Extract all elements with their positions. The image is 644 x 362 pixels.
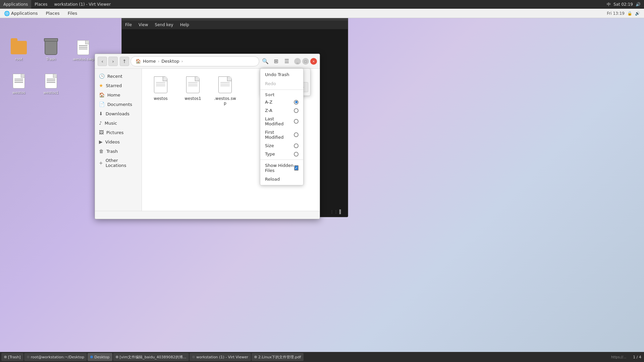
sidebar-starred-label: Starred: [106, 83, 122, 88]
menu-sort-label: Sort: [260, 91, 303, 98]
icon-label-root: root: [15, 57, 22, 61]
virt-menu-view[interactable]: View: [135, 20, 151, 29]
breadcrumb-desktop[interactable]: Desktop: [160, 59, 181, 64]
desktop-icon-trash[interactable]: Trash: [38, 38, 64, 63]
taskbar-item-linux-pdf[interactable]: 2.Linux下的文件管理.pdf: [252, 353, 304, 361]
sidebar-downloads-label: Downloads: [106, 111, 129, 116]
menu-undo-trash[interactable]: Undo Trash: [260, 70, 303, 79]
breadcrumb-end-sep: ›: [181, 59, 183, 64]
sidebar-item-home[interactable]: 🏠 Home: [95, 90, 142, 100]
sort-za-radio: [294, 108, 299, 113]
sort-first-modified-radio: [294, 132, 299, 137]
sidebar-item-pictures[interactable]: 🖼 Pictures: [95, 128, 142, 137]
fm-back-btn[interactable]: ‹: [98, 57, 107, 66]
sys-window-title: workstation (1) - Virt Viewer: [51, 0, 114, 9]
videos-icon: ▶: [99, 139, 103, 144]
menu-sort-za[interactable]: Z-A: [260, 106, 303, 115]
other-locations-icon: +: [99, 160, 103, 166]
sort-az-radio: [294, 100, 299, 105]
fm-minimize-btn[interactable]: _: [294, 58, 301, 65]
sidebar-item-trash[interactable]: 🗑 Trash: [95, 146, 142, 156]
desktop-icon-westos1[interactable]: westos1: [38, 72, 64, 96]
taskbar-label-desktop: Desktop: [94, 355, 109, 359]
fm-close-btn[interactable]: ×: [310, 58, 317, 65]
home-sidebar-icon: 🏠: [99, 92, 105, 98]
icon-label-westos-swp: .westos.swp: [72, 57, 95, 61]
fm-file-westos-swp[interactable]: .westos.swp: [212, 74, 238, 107]
sort-az-label: A-Z: [265, 100, 272, 105]
taskbar-label-vim: [vim文件编辑_baidu_40389082的博...: [120, 355, 186, 360]
sort-size-label: Size: [265, 143, 274, 148]
fm-search-btn[interactable]: 🔍: [261, 57, 270, 66]
menu-sep-1: [260, 89, 303, 90]
sys-volume-icon[interactable]: 🔊: [636, 2, 641, 7]
sys-network-icon: 中: [607, 2, 611, 7]
menu-reload[interactable]: Reload: [260, 175, 303, 184]
sidebar-item-recent[interactable]: 🕒 Recent: [95, 71, 142, 81]
desktop-icon-root[interactable]: root: [5, 38, 32, 63]
virt-menubar: File View Send key Help: [122, 20, 348, 29]
file-icon-westos: [11, 73, 27, 89]
taskbar-item-vim[interactable]: [vim文件编辑_baidu_40389082的博...: [113, 353, 189, 361]
inner-applications-btn[interactable]: 🌐 Applications: [0, 9, 42, 18]
menu-sort-size[interactable]: Size: [260, 141, 303, 150]
sort-first-modified-label: First Modified: [265, 130, 294, 140]
menu-show-hidden[interactable]: Show Hidden Files ✓: [260, 161, 303, 175]
fm-up-btn[interactable]: ↑: [120, 57, 129, 66]
virt-menu-sendkey[interactable]: Send key: [152, 20, 177, 29]
menu-sort-az[interactable]: A-Z: [260, 98, 303, 106]
taskbar-dot-pdf: [254, 356, 257, 358]
icon-label-westos1: westos1: [43, 90, 58, 95]
taskbar-item-trash[interactable]: [Trash]: [1, 353, 23, 361]
taskbar-item-terminal[interactable]: root@workstation:~/Desktop: [24, 353, 87, 361]
breadcrumb-home-label: Home: [143, 59, 156, 64]
sidebar-videos-label: Videos: [105, 139, 120, 144]
menu-sort-type[interactable]: Type: [260, 150, 303, 158]
fm-file-icon-westos1: [185, 75, 201, 94]
show-hidden-label: Show Hidden Files: [265, 163, 294, 173]
taskbar-dot-vim: [116, 356, 118, 358]
fm-maximize-btn[interactable]: □: [302, 58, 309, 65]
sidebar-recent-label: Recent: [107, 74, 122, 79]
taskbar-right: https://... 1 / 4: [611, 355, 644, 359]
fm-list-view-btn[interactable]: ☰: [282, 57, 291, 66]
pictures-icon: 🖼: [99, 130, 104, 135]
fm-file-westos[interactable]: westos: [147, 74, 174, 102]
sidebar-item-other-locations[interactable]: + Other Locations: [95, 156, 142, 170]
inner-network-icon: 🔒: [627, 11, 632, 16]
sidebar-item-documents[interactable]: 📄 Documents: [95, 100, 142, 109]
menu-redo: Redo: [260, 79, 303, 88]
taskbar-label-pdf: 2.Linux下的文件管理.pdf: [258, 355, 301, 360]
desktop-icon-westos[interactable]: westos: [5, 72, 32, 96]
menu-sort-last-modified[interactable]: Last Modified: [260, 115, 303, 128]
menu-sort-first-modified[interactable]: First Modified: [260, 128, 303, 141]
fm-sidebar: 🕒 Recent ★ Starred 🏠 Home 📄 Documents ⬇ …: [95, 69, 142, 211]
trash-sidebar-icon: 🗑: [99, 148, 104, 154]
inner-files-btn[interactable]: Files: [64, 9, 82, 18]
sys-places-btn[interactable]: Places: [31, 0, 51, 9]
fm-grid-view-btn[interactable]: ⊞: [271, 57, 281, 66]
sort-size-radio: [294, 143, 299, 148]
fm-file-westos1[interactable]: westos1: [179, 74, 206, 102]
icon-label-trash: Trash: [46, 57, 56, 61]
taskbar-item-desktop[interactable]: Desktop: [88, 353, 112, 361]
desktop-icon-westos-swp[interactable]: .westos.swp: [70, 38, 97, 63]
virt-menu-file[interactable]: File: [122, 20, 135, 29]
sidebar-item-videos[interactable]: ▶ Videos: [95, 137, 142, 146]
menu-sep-2: [260, 160, 303, 160]
breadcrumb-home[interactable]: 🏠 Home: [134, 59, 157, 64]
sidebar-item-downloads[interactable]: ⬇ Downloads: [95, 109, 142, 118]
fm-forward-btn[interactable]: ›: [108, 57, 118, 66]
recent-icon: 🕒: [99, 73, 105, 79]
taskbar-left: [Trash] root@workstation:~/Desktop Deskt…: [0, 353, 304, 361]
system-bar: Applications Places workstation (1) - Vi…: [0, 0, 644, 9]
taskbar-item-virt-viewer[interactable]: workstation (1) - Virt Viewer: [190, 353, 251, 361]
fm-win-btns: _ □ ×: [294, 58, 317, 65]
sidebar-item-starred[interactable]: ★ Starred: [95, 81, 142, 90]
inner-places-btn[interactable]: Places: [42, 9, 63, 18]
sidebar-item-music[interactable]: ♪ Music: [95, 118, 142, 128]
inner-volume-icon[interactable]: 🔊: [635, 11, 640, 16]
taskbar-dot-trash: [4, 356, 7, 358]
sys-applications-btn[interactable]: Applications: [0, 0, 31, 9]
virt-menu-help[interactable]: Help: [177, 20, 193, 29]
